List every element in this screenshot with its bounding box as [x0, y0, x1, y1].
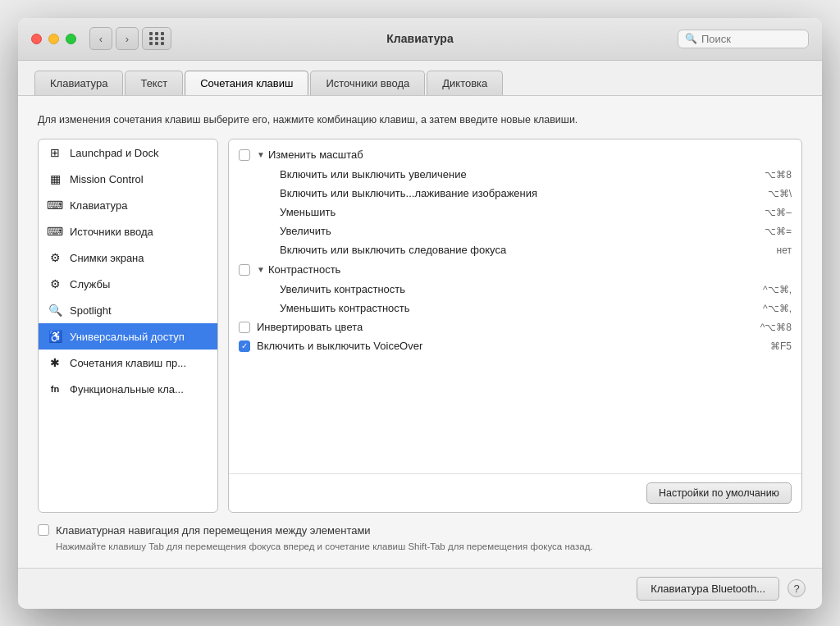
- shortcut-zoom2: Включить или выключить...лаживание изобр…: [229, 184, 801, 203]
- nav-buttons: ‹ ›: [89, 27, 139, 50]
- tab-input[interactable]: Источники ввода: [310, 71, 425, 95]
- zoom-triangle: ▼: [257, 150, 265, 159]
- sidebar-item-screenshots[interactable]: ⚙ Снимки экрана: [39, 244, 217, 271]
- sidebar-item-mission[interactable]: ▦ Mission Control: [39, 166, 217, 192]
- zoom3-label: Уменьшить: [280, 206, 742, 218]
- tab-shortcuts[interactable]: Сочетания клавиш: [185, 71, 308, 95]
- grid-button[interactable]: [142, 27, 171, 50]
- accessibility-icon: ♿: [47, 328, 63, 345]
- search-icon: 🔍: [685, 33, 697, 44]
- zoom-checkbox-area[interactable]: [239, 149, 257, 161]
- services-icon: ⚙: [47, 276, 63, 292]
- back-button[interactable]: ‹: [89, 27, 112, 50]
- sidebar-item-spotlight[interactable]: 🔍 Spotlight: [39, 297, 217, 323]
- sidebar-item-label: Клавиатура: [70, 199, 127, 212]
- tab-text[interactable]: Текст: [125, 71, 183, 95]
- minimize-button[interactable]: [48, 34, 59, 44]
- sidebar-item-keyboard[interactable]: ⌨ Клавиатура: [39, 192, 217, 218]
- spotlight-icon: 🔍: [47, 302, 63, 318]
- sidebar-item-input-sources[interactable]: ⌨ Источники ввода: [39, 218, 217, 244]
- sidebar-item-label: Launchpad и Dock: [70, 147, 158, 159]
- contrast-label: Контрастность: [268, 263, 792, 276]
- help-button[interactable]: ?: [788, 579, 806, 597]
- bottom-area: Клавиатурная навигация для перемещения м…: [38, 524, 802, 551]
- contrast-checkbox[interactable]: [239, 264, 250, 276]
- voiceover-label: Включить и выключить VoiceOver: [257, 340, 742, 352]
- search-input[interactable]: [701, 33, 800, 45]
- default-button[interactable]: Настройки по умолчанию: [646, 482, 792, 504]
- forward-button[interactable]: ›: [116, 27, 139, 50]
- contrast1-keys: ^⌥⌘,: [742, 284, 792, 295]
- invert-label: Инвертировать цвета: [257, 321, 742, 333]
- sidebar-item-function-keys[interactable]: fn Функциональные кла...: [39, 376, 217, 402]
- sidebar-item-launchpad[interactable]: ⊞ Launchpad и Dock: [39, 139, 217, 166]
- zoom5-keys: нет: [742, 244, 792, 256]
- zoom-section-header: ▼ Изменить масштаб: [229, 144, 801, 165]
- sidebar-item-label: Службы: [70, 278, 110, 290]
- shortcut-zoom4: Увеличить ⌥⌘=: [229, 222, 801, 240]
- tab-dictation[interactable]: Диктовка: [427, 71, 503, 95]
- sidebar-item-label: Снимки экрана: [70, 252, 144, 264]
- zoom4-keys: ⌥⌘=: [742, 226, 792, 237]
- tab-keyboard[interactable]: Клавиатура: [34, 71, 123, 95]
- app-shortcuts-icon: ✱: [47, 354, 63, 371]
- keyboard-nav-checkbox[interactable]: [38, 524, 49, 536]
- window-title: Клавиатура: [386, 32, 453, 45]
- voiceover-keys: ⌘F5: [742, 340, 792, 352]
- shortcut-zoom5: Включить или выключить следование фокуса…: [229, 240, 801, 259]
- invert-keys: ^⌥⌘8: [742, 322, 792, 333]
- keyboard-nav-label: Клавиатурная навигация для перемещения м…: [56, 524, 371, 537]
- contrast-triangle: ▼: [257, 265, 265, 274]
- close-button[interactable]: [31, 34, 42, 44]
- panel-footer: Настройки по умолчанию: [229, 473, 801, 512]
- main-area: ⊞ Launchpad и Dock ▦ Mission Control ⌨ К…: [38, 139, 802, 512]
- main-window: ‹ › Клавиатура 🔍 Клавиатура Текст Сочета…: [18, 18, 822, 609]
- input-sources-icon: ⌨: [47, 223, 63, 240]
- sidebar-item-services[interactable]: ⚙ Службы: [39, 271, 217, 297]
- content-area: Для изменения сочетания клавиш выберите …: [18, 96, 822, 568]
- tabs-bar: Клавиатура Текст Сочетания клавиш Источн…: [18, 61, 822, 96]
- bluetooth-button[interactable]: Клавиатура Bluetooth...: [637, 577, 779, 601]
- contrast-section-header: ▼ Контрастность: [229, 259, 801, 280]
- shortcut-contrast1: Увеличить контрастность ^⌥⌘,: [229, 280, 801, 299]
- keyboard-icon: ⌨: [47, 197, 63, 213]
- zoom3-keys: ⌥⌘–: [742, 207, 792, 218]
- sidebar-item-label: Универсальный доступ: [70, 331, 185, 343]
- shortcut-voiceover: Включить и выключить VoiceOver ⌘F5: [229, 336, 801, 355]
- keyboard-nav-row: Клавиатурная навигация для перемещения м…: [38, 524, 802, 537]
- sidebar-item-label: Источники ввода: [70, 226, 153, 238]
- zoom-label: Изменить масштаб: [268, 149, 792, 161]
- description-text: Для изменения сочетания клавиш выберите …: [38, 112, 802, 128]
- shortcut-invert: Инвертировать цвета ^⌥⌘8: [229, 318, 801, 336]
- traffic-lights: [31, 34, 76, 44]
- zoom2-keys: ⌥⌘\: [742, 188, 792, 199]
- zoom5-label: Включить или выключить следование фокуса: [280, 244, 742, 256]
- window-footer: Клавиатура Bluetooth... ?: [18, 568, 822, 609]
- contrast2-label: Уменьшить контрастность: [280, 302, 742, 314]
- shortcuts-list: ▼ Изменить масштаб Включить или выключит…: [229, 139, 801, 473]
- zoom-checkbox[interactable]: [239, 149, 250, 161]
- sidebar-item-label: Сочетания клавиш пр...: [70, 357, 186, 369]
- search-box[interactable]: 🔍: [678, 30, 809, 48]
- mission-icon: ▦: [47, 171, 63, 187]
- zoom2-label: Включить или выключить...лаживание изобр…: [280, 187, 742, 199]
- zoom4-label: Увеличить: [280, 225, 742, 237]
- maximize-button[interactable]: [66, 34, 76, 44]
- contrast1-label: Увеличить контрастность: [280, 283, 742, 295]
- contrast2-keys: ^⌥⌘,: [742, 303, 792, 314]
- sidebar-item-label: Mission Control: [70, 173, 144, 185]
- zoom1-keys: ⌥⌘8: [742, 169, 792, 180]
- sidebar-item-label: Spotlight: [70, 304, 112, 317]
- keyboard-nav-sublabel: Нажимайте клавишу Tab для перемещения фо…: [38, 541, 802, 551]
- shortcut-contrast2: Уменьшить контрастность ^⌥⌘,: [229, 299, 801, 318]
- sidebar-item-app-shortcuts[interactable]: ✱ Сочетания клавиш пр...: [39, 350, 217, 376]
- right-panel: ▼ Изменить масштаб Включить или выключит…: [228, 139, 802, 512]
- titlebar: ‹ › Клавиатура 🔍: [18, 18, 822, 61]
- sidebar-item-accessibility[interactable]: ♿ Универсальный доступ: [39, 323, 217, 350]
- launchpad-icon: ⊞: [47, 144, 63, 161]
- shortcut-zoom1: Включить или выключить увеличение ⌥⌘8: [229, 165, 801, 184]
- voiceover-checkbox[interactable]: [239, 340, 250, 352]
- invert-checkbox[interactable]: [239, 322, 250, 333]
- grid-icon: [149, 32, 165, 45]
- sidebar: ⊞ Launchpad и Dock ▦ Mission Control ⌨ К…: [38, 139, 218, 512]
